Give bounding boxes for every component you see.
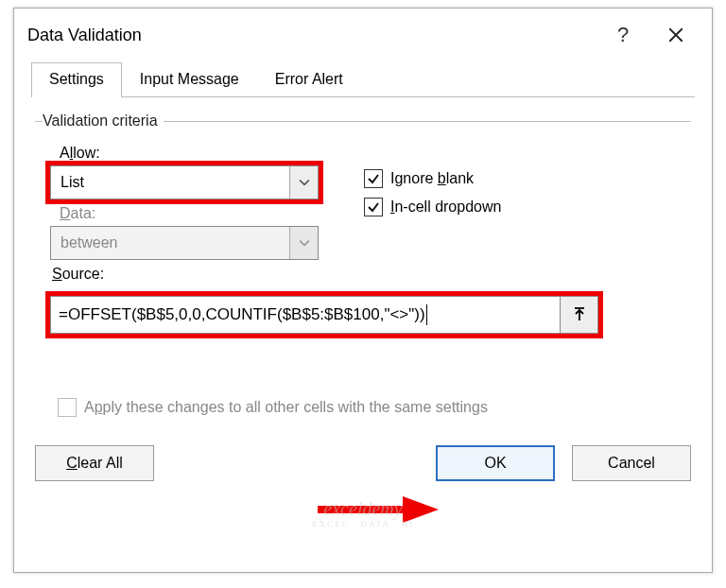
- source-value: =OFFSET($B$5,0,0,COUNTIF($B$5:$B$100,"<>…: [59, 305, 425, 324]
- ignore-blank-label: Ignore blank: [390, 170, 474, 187]
- source-input[interactable]: =OFFSET($B$5,0,0,COUNTIF($B$5:$B$100,"<>…: [50, 296, 561, 334]
- dialog-title: Data Validation: [27, 26, 596, 45]
- text-caret: [426, 304, 427, 325]
- source-label: Source:: [52, 266, 683, 283]
- allow-value: List: [51, 174, 289, 191]
- criteria-right: Ignore blank In-cell dropdown: [345, 139, 501, 260]
- range-select-icon: [572, 307, 587, 322]
- data-validation-dialog: Data Validation ? Settings Input Message…: [13, 8, 713, 573]
- source-field: =OFFSET($B$5,0,0,COUNTIF($B$5:$B$100,"<>…: [50, 296, 598, 334]
- ok-button[interactable]: OK: [436, 445, 555, 481]
- help-button[interactable]: ?: [596, 9, 649, 61]
- chevron-down-icon: [299, 239, 310, 247]
- checkbox-checked-icon: [364, 169, 383, 188]
- validation-criteria-group: Validation criteria Allow: List Data:: [35, 112, 691, 417]
- cancel-button[interactable]: Cancel: [572, 445, 691, 481]
- checkbox-unchecked-icon: [58, 398, 77, 417]
- tab-settings[interactable]: Settings: [31, 62, 122, 97]
- in-cell-dropdown-label: In-cell dropdown: [390, 199, 501, 216]
- allow-combo[interactable]: List: [50, 165, 319, 199]
- criteria-row: Allow: List Data: between: [43, 139, 683, 260]
- close-button[interactable]: [649, 9, 702, 61]
- clear-all-button[interactable]: Clear All: [35, 445, 154, 481]
- data-dropdown-button: [289, 227, 318, 259]
- close-icon: [667, 26, 684, 43]
- apply-to-others-checkbox: Apply these changes to all other cells w…: [58, 398, 683, 417]
- criteria-left: Allow: List Data: between: [43, 139, 345, 260]
- tab-input-message[interactable]: Input Message: [122, 62, 257, 97]
- tab-bar: Settings Input Message Error Alert: [31, 61, 695, 97]
- dialog-body: Settings Input Message Error Alert Valid…: [14, 61, 712, 494]
- button-row: Clear All OK Cancel: [31, 445, 695, 481]
- allow-label: Allow:: [60, 145, 345, 162]
- ignore-blank-checkbox[interactable]: Ignore blank: [364, 169, 501, 188]
- data-label: Data:: [60, 205, 345, 222]
- criteria-legend: Validation criteria: [43, 112, 164, 130]
- checkbox-checked-icon: [364, 198, 383, 216]
- allow-dropdown-button[interactable]: [289, 166, 318, 199]
- collapse-dialog-button[interactable]: [561, 296, 598, 334]
- apply-to-others-label: Apply these changes to all other cells w…: [84, 399, 488, 416]
- chevron-down-icon: [299, 179, 310, 186]
- spacer: [154, 445, 419, 481]
- data-value: between: [51, 234, 289, 251]
- in-cell-dropdown-checkbox[interactable]: In-cell dropdown: [364, 198, 501, 216]
- source-group: =OFFSET($B$5,0,0,COUNTIF($B$5:$B$100,"<>…: [50, 296, 598, 334]
- data-combo: between: [50, 226, 319, 260]
- titlebar: Data Validation ?: [14, 9, 712, 61]
- tab-error-alert[interactable]: Error Alert: [257, 62, 361, 97]
